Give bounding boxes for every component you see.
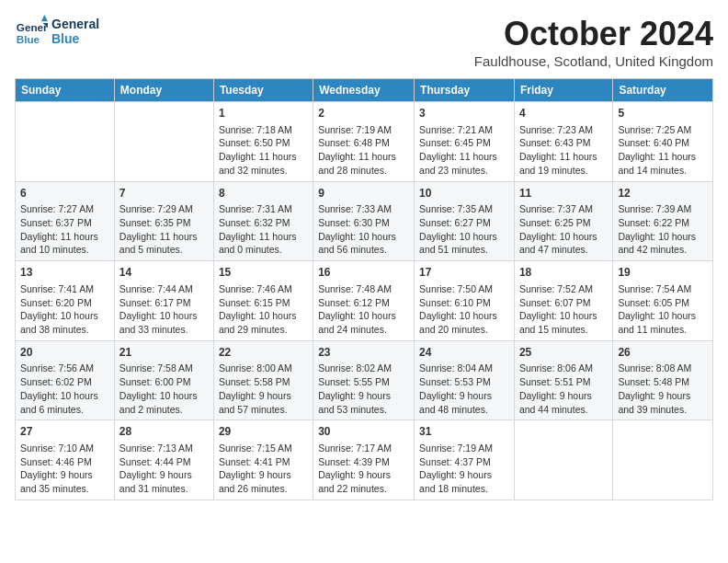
logo-blue: Blue [51, 31, 99, 46]
weekday-header: Wednesday [313, 79, 415, 102]
day-number: 17 [419, 265, 509, 281]
day-number: 25 [519, 345, 608, 361]
calendar-cell: 19Sunrise: 7:54 AM Sunset: 6:05 PM Dayli… [613, 261, 713, 341]
day-number: 7 [119, 186, 209, 201]
day-content: Sunrise: 7:25 AM Sunset: 6:40 PM Dayligh… [618, 123, 708, 178]
day-number: 3 [419, 106, 509, 121]
logo-icon: General Blue [15, 15, 48, 48]
calendar-cell: 21Sunrise: 7:58 AM Sunset: 6:00 PM Dayli… [114, 340, 213, 420]
weekday-header: Sunday [16, 79, 115, 102]
weekday-header: Thursday [415, 79, 515, 102]
day-number: 15 [219, 265, 308, 281]
day-content: Sunrise: 7:21 AM Sunset: 6:45 PM Dayligh… [419, 123, 509, 178]
page-header: General Blue General Blue October 2024 F… [15, 15, 713, 69]
day-content: Sunrise: 8:06 AM Sunset: 5:51 PM Dayligh… [519, 362, 608, 416]
day-number: 29 [219, 424, 308, 440]
calendar-week-row: 1Sunrise: 7:18 AM Sunset: 6:50 PM Daylig… [16, 102, 713, 182]
calendar-cell: 14Sunrise: 7:44 AM Sunset: 6:17 PM Dayli… [114, 261, 213, 341]
calendar-cell: 2Sunrise: 7:19 AM Sunset: 6:48 PM Daylig… [313, 102, 415, 182]
calendar-cell: 10Sunrise: 7:35 AM Sunset: 6:27 PM Dayli… [415, 181, 515, 261]
day-content: Sunrise: 7:46 AM Sunset: 6:15 PM Dayligh… [219, 282, 308, 337]
day-number: 12 [618, 186, 708, 201]
day-content: Sunrise: 7:10 AM Sunset: 4:46 PM Dayligh… [20, 442, 109, 496]
calendar-cell: 28Sunrise: 7:13 AM Sunset: 4:44 PM Dayli… [114, 420, 213, 500]
weekday-header: Saturday [613, 79, 713, 102]
calendar-cell [16, 102, 115, 182]
weekday-header: Tuesday [213, 79, 313, 102]
svg-text:General: General [17, 21, 48, 33]
day-content: Sunrise: 8:04 AM Sunset: 5:53 PM Dayligh… [419, 362, 509, 416]
day-content: Sunrise: 7:18 AM Sunset: 6:50 PM Dayligh… [219, 123, 308, 178]
day-content: Sunrise: 7:33 AM Sunset: 6:30 PM Dayligh… [318, 202, 409, 257]
calendar-cell: 22Sunrise: 8:00 AM Sunset: 5:58 PM Dayli… [213, 340, 313, 420]
calendar-cell: 25Sunrise: 8:06 AM Sunset: 5:51 PM Dayli… [514, 340, 612, 420]
day-number: 21 [119, 345, 209, 361]
day-number: 18 [519, 265, 608, 281]
day-content: Sunrise: 8:02 AM Sunset: 5:55 PM Dayligh… [318, 362, 409, 416]
day-content: Sunrise: 7:19 AM Sunset: 4:37 PM Dayligh… [419, 442, 509, 496]
calendar-cell: 17Sunrise: 7:50 AM Sunset: 6:10 PM Dayli… [415, 261, 515, 341]
logo: General Blue General Blue [15, 15, 99, 48]
day-content: Sunrise: 8:08 AM Sunset: 5:48 PM Dayligh… [618, 362, 708, 416]
day-content: Sunrise: 7:54 AM Sunset: 6:05 PM Dayligh… [618, 282, 708, 337]
weekday-header: Monday [114, 79, 213, 102]
calendar-cell [114, 102, 213, 182]
calendar-week-row: 13Sunrise: 7:41 AM Sunset: 6:20 PM Dayli… [16, 261, 713, 341]
day-content: Sunrise: 7:23 AM Sunset: 6:43 PM Dayligh… [519, 123, 608, 178]
day-number: 26 [618, 345, 708, 361]
calendar-cell: 27Sunrise: 7:10 AM Sunset: 4:46 PM Dayli… [16, 420, 115, 500]
weekday-header-row: SundayMondayTuesdayWednesdayThursdayFrid… [16, 79, 713, 102]
day-content: Sunrise: 7:39 AM Sunset: 6:22 PM Dayligh… [618, 202, 708, 257]
day-number: 4 [519, 106, 608, 121]
day-content: Sunrise: 7:58 AM Sunset: 6:00 PM Dayligh… [119, 362, 209, 416]
day-number: 8 [219, 186, 308, 201]
calendar-cell: 31Sunrise: 7:19 AM Sunset: 4:37 PM Dayli… [415, 420, 515, 500]
day-content: Sunrise: 7:35 AM Sunset: 6:27 PM Dayligh… [419, 202, 509, 257]
day-content: Sunrise: 7:50 AM Sunset: 6:10 PM Dayligh… [419, 282, 509, 337]
calendar-week-row: 20Sunrise: 7:56 AM Sunset: 6:02 PM Dayli… [16, 340, 713, 420]
day-number: 11 [519, 186, 608, 201]
day-number: 16 [318, 265, 409, 281]
day-content: Sunrise: 7:44 AM Sunset: 6:17 PM Dayligh… [119, 282, 209, 337]
day-number: 6 [20, 186, 109, 201]
day-number: 19 [618, 265, 708, 281]
calendar-cell: 13Sunrise: 7:41 AM Sunset: 6:20 PM Dayli… [16, 261, 115, 341]
day-number: 22 [219, 345, 308, 361]
calendar-cell: 11Sunrise: 7:37 AM Sunset: 6:25 PM Dayli… [514, 181, 612, 261]
day-content: Sunrise: 7:37 AM Sunset: 6:25 PM Dayligh… [519, 202, 608, 257]
day-content: Sunrise: 7:27 AM Sunset: 6:37 PM Dayligh… [20, 202, 109, 257]
calendar-week-row: 6Sunrise: 7:27 AM Sunset: 6:37 PM Daylig… [16, 181, 713, 261]
day-content: Sunrise: 7:56 AM Sunset: 6:02 PM Dayligh… [20, 362, 109, 416]
day-number: 20 [20, 345, 109, 361]
calendar-week-row: 27Sunrise: 7:10 AM Sunset: 4:46 PM Dayli… [16, 420, 713, 500]
day-number: 13 [20, 265, 109, 281]
day-number: 2 [318, 106, 409, 121]
calendar-cell: 3Sunrise: 7:21 AM Sunset: 6:45 PM Daylig… [415, 102, 515, 182]
calendar-cell: 23Sunrise: 8:02 AM Sunset: 5:55 PM Dayli… [313, 340, 415, 420]
day-number: 9 [318, 186, 409, 201]
calendar-cell: 24Sunrise: 8:04 AM Sunset: 5:53 PM Dayli… [415, 340, 515, 420]
calendar-cell: 4Sunrise: 7:23 AM Sunset: 6:43 PM Daylig… [514, 102, 612, 182]
calendar-cell: 9Sunrise: 7:33 AM Sunset: 6:30 PM Daylig… [313, 181, 415, 261]
day-content: Sunrise: 7:17 AM Sunset: 4:39 PM Dayligh… [318, 442, 409, 496]
calendar-cell [613, 420, 713, 500]
calendar-cell: 26Sunrise: 8:08 AM Sunset: 5:48 PM Dayli… [613, 340, 713, 420]
calendar-cell [514, 420, 612, 500]
day-number: 1 [219, 106, 308, 121]
calendar-cell: 29Sunrise: 7:15 AM Sunset: 4:41 PM Dayli… [213, 420, 313, 500]
day-content: Sunrise: 7:31 AM Sunset: 6:32 PM Dayligh… [219, 202, 308, 257]
day-content: Sunrise: 8:00 AM Sunset: 5:58 PM Dayligh… [219, 362, 308, 416]
svg-marker-2 [41, 15, 48, 21]
calendar-cell: 18Sunrise: 7:52 AM Sunset: 6:07 PM Dayli… [514, 261, 612, 341]
calendar-cell: 1Sunrise: 7:18 AM Sunset: 6:50 PM Daylig… [213, 102, 313, 182]
title-block: October 2024 Fauldhouse, Scotland, Unite… [474, 15, 713, 69]
calendar-cell: 30Sunrise: 7:17 AM Sunset: 4:39 PM Dayli… [313, 420, 415, 500]
day-content: Sunrise: 7:29 AM Sunset: 6:35 PM Dayligh… [119, 202, 209, 257]
location: Fauldhouse, Scotland, United Kingdom [474, 53, 713, 69]
day-number: 28 [119, 424, 209, 440]
day-content: Sunrise: 7:41 AM Sunset: 6:20 PM Dayligh… [20, 282, 109, 337]
day-number: 10 [419, 186, 509, 201]
calendar-cell: 5Sunrise: 7:25 AM Sunset: 6:40 PM Daylig… [613, 102, 713, 182]
day-number: 14 [119, 265, 209, 281]
day-content: Sunrise: 7:52 AM Sunset: 6:07 PM Dayligh… [519, 282, 608, 337]
